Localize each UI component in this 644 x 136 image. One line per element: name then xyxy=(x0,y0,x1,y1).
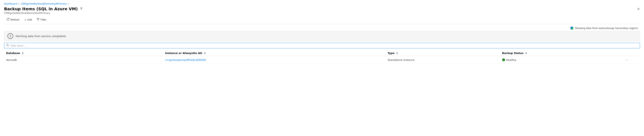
cell-more-0: ··· xyxy=(614,56,640,64)
filter-row xyxy=(4,41,640,50)
info-banner-message: Fetching data from service completed. xyxy=(16,35,66,38)
region-globe-icon xyxy=(570,27,574,30)
col-header-instance[interactable]: Instance or AlwaysOn AG ⇅ xyxy=(163,50,386,56)
cell-status-0: Healthy xyxy=(500,56,615,64)
col-header-database[interactable]: Database ⇅ xyxy=(4,50,163,56)
breadcrumb-dashboard[interactable]: Dashboard xyxy=(4,2,17,5)
breadcrumb-sep-2: > xyxy=(68,3,70,5)
col-header-actions xyxy=(614,50,640,56)
filter-icon xyxy=(36,18,40,21)
filter-button[interactable]: Filter xyxy=(34,17,49,22)
search-icon xyxy=(6,44,9,47)
pin-icon[interactable] xyxy=(80,7,83,11)
breadcrumb-vault[interactable]: CRRIgniteWorkloadDemoVaultPrimary xyxy=(21,2,67,5)
sort-icon-status: ⇅ xyxy=(525,52,527,55)
svg-rect-0 xyxy=(81,7,82,9)
cell-instance-0[interactable]: crrignitesqlvmp\MSSQLSERVER xyxy=(163,56,386,64)
page-title: Backup Items (SQL in Azure VM) xyxy=(4,6,78,11)
toolbar: Refresh + Add Filter xyxy=(4,17,640,24)
instance-link-0[interactable]: crrignitesqlvmp\MSSQLSERVER xyxy=(165,59,206,62)
info-banner: i Fetching data from service completed. xyxy=(4,31,640,41)
sort-icon-type: ⇅ xyxy=(396,52,398,55)
table-row: demodbcrrignitesqlvmp\MSSQLSERVERStandal… xyxy=(4,56,640,64)
refresh-label: Refresh xyxy=(10,18,20,21)
col-header-status[interactable]: Backup Status ⇅ xyxy=(500,50,615,56)
close-icon[interactable]: × xyxy=(637,7,640,11)
breadcrumb: Dashboard > CRRIgniteWorkloadDemoVaultPr… xyxy=(4,2,640,5)
add-label: Add xyxy=(27,18,32,21)
sort-icon-database: ⇅ xyxy=(22,52,24,55)
cell-database-0: demodb xyxy=(4,56,163,64)
col-header-type[interactable]: Type ⇅ xyxy=(386,50,500,56)
svg-line-4 xyxy=(8,46,9,47)
region-info: Showing data from eastus2euap (secondary… xyxy=(4,27,640,30)
table-header-row: Database ⇅ Instance or AlwaysOn AG ⇅ Typ… xyxy=(4,50,640,56)
add-icon: + xyxy=(24,18,26,21)
status-dot-0 xyxy=(502,59,505,61)
filter-input-wrapper xyxy=(4,43,640,48)
info-circle-icon: i xyxy=(8,33,13,39)
filter-input[interactable] xyxy=(10,44,638,47)
backup-items-table: Database ⇅ Instance or AlwaysOn AG ⇅ Typ… xyxy=(4,50,640,64)
cell-type-0: Standalone Instance xyxy=(386,56,500,64)
add-button[interactable]: + Add xyxy=(22,17,34,22)
filter-label: Filter xyxy=(40,18,46,21)
page-header: Backup Items (SQL in Azure VM) × xyxy=(4,6,640,11)
more-options-button-0[interactable]: ··· xyxy=(624,58,630,62)
vault-name-label: CRRIgniteWorkloadDemoVaultPrimary xyxy=(4,12,640,14)
refresh-icon xyxy=(6,18,9,21)
refresh-button[interactable]: Refresh xyxy=(4,17,22,22)
breadcrumb-sep-1: > xyxy=(18,3,20,5)
status-text-0: Healthy xyxy=(506,59,516,62)
sort-icon-instance: ⇅ xyxy=(204,52,206,55)
region-info-text: Showing data from eastus2euap (secondary… xyxy=(575,27,638,30)
